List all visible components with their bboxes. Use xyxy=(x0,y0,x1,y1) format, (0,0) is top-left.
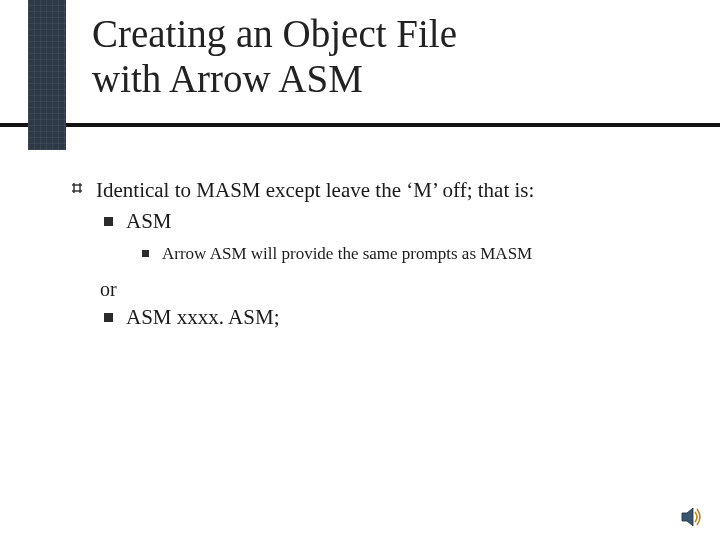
title-line-1: Creating an Object File xyxy=(92,12,457,55)
title-line-2: with Arrow ASM xyxy=(92,57,363,100)
l3a-text: Arrow ASM will provide the same prompts … xyxy=(162,244,532,263)
bullet-level-3: Arrow ASM will provide the same prompts … xyxy=(70,244,680,264)
crosshair-bullet-icon xyxy=(70,181,84,195)
sound-icon[interactable] xyxy=(680,506,704,528)
svg-marker-4 xyxy=(682,508,693,526)
or-text: or xyxy=(100,278,117,300)
slide-body: Identical to MASM except leave the ‘M’ o… xyxy=(70,178,680,340)
bullet-level-2: ASM xyxy=(70,209,680,234)
slide-title: Creating an Object File with Arrow ASM xyxy=(92,12,680,102)
horizontal-rule xyxy=(0,123,720,127)
bullet-level-1: Identical to MASM except leave the ‘M’ o… xyxy=(70,178,680,203)
or-separator: or xyxy=(70,278,680,301)
decorative-strip xyxy=(28,0,66,150)
title-block: Creating an Object File with Arrow ASM xyxy=(92,12,680,102)
l1-text: Identical to MASM except leave the ‘M’ o… xyxy=(96,178,534,202)
l2a-text: ASM xyxy=(126,209,172,233)
slide: Creating an Object File with Arrow ASM I… xyxy=(0,0,720,540)
bullet-level-2: ASM xxxx. ASM; xyxy=(70,305,680,330)
l2b-text: ASM xxxx. ASM; xyxy=(126,305,279,329)
